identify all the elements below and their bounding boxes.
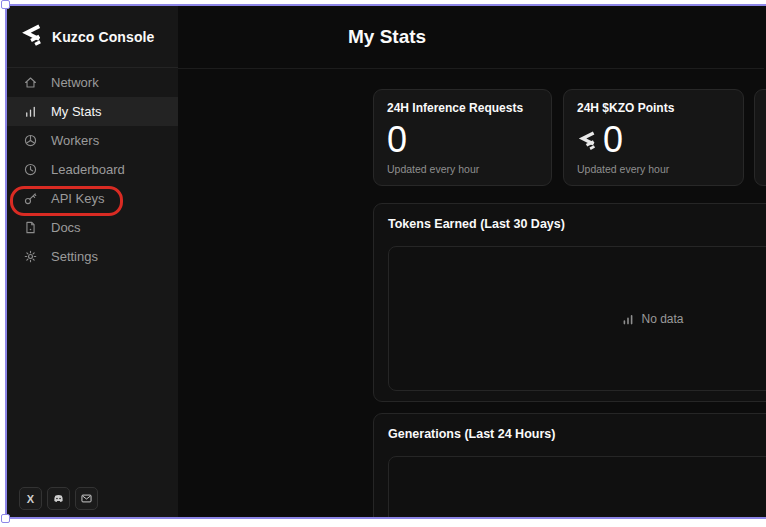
sidebar-item-settings[interactable]: Settings xyxy=(7,242,178,271)
generations-chart-area xyxy=(388,456,766,519)
sidebar-item-label: Network xyxy=(51,75,99,90)
fan-icon xyxy=(22,133,38,149)
page-title: My Stats xyxy=(348,26,426,48)
bar-chart-icon xyxy=(22,104,38,120)
envelope-icon xyxy=(80,492,93,505)
discord-icon xyxy=(52,492,65,505)
sidebar-item-label: API Keys xyxy=(51,191,104,206)
gear-icon xyxy=(22,249,38,265)
sidebar-item-label: Workers xyxy=(51,133,99,148)
tokens-earned-card: Tokens Earned (Last 30 Days) No data xyxy=(373,203,766,402)
stat-card-subtitle: Updated every hour xyxy=(387,163,538,175)
sidebar-item-label: Settings xyxy=(51,249,98,264)
stat-card-kzo-points: 24H $KZO Points 0 Updated every hour xyxy=(563,89,744,186)
sidebar-item-leaderboard[interactable]: Leaderboard xyxy=(7,155,178,184)
kuzco-logo-icon xyxy=(20,24,42,50)
sidebar-nav: Network My Stats Workers Leaderboard xyxy=(7,68,178,271)
x-twitter-button[interactable]: X xyxy=(19,487,42,510)
stat-card-value: 0 xyxy=(387,120,407,160)
logo-row[interactable]: Kuzco Console xyxy=(7,6,178,68)
chart-title: Tokens Earned (Last 30 Days) xyxy=(388,217,766,231)
selection-handle-top-left[interactable] xyxy=(1,0,10,9)
email-button[interactable] xyxy=(75,487,98,510)
main-header: My Stats xyxy=(178,6,764,69)
generations-card: Generations (Last 24 Hours) xyxy=(373,413,766,519)
sidebar-item-my-stats[interactable]: My Stats xyxy=(7,97,178,126)
sidebar-item-label: Docs xyxy=(51,220,81,235)
app-title: Kuzco Console xyxy=(52,29,154,45)
sidebar-item-network[interactable]: Network xyxy=(7,68,178,97)
sidebar-item-label: Leaderboard xyxy=(51,162,125,177)
stat-card-title: 24H $KZO Points xyxy=(577,101,730,115)
sidebar-item-label: My Stats xyxy=(51,104,102,119)
no-data-label: No data xyxy=(641,312,683,326)
chart-title: Generations (Last 24 Hours) xyxy=(388,427,766,441)
kuzco-logo-icon xyxy=(577,131,596,150)
sidebar-item-api-keys[interactable]: API Keys xyxy=(7,184,178,213)
stat-card-partial xyxy=(754,89,766,186)
clock-icon xyxy=(22,162,38,178)
social-links: X xyxy=(19,487,98,510)
sidebar: Kuzco Console Network My Stats Workers xyxy=(7,6,178,517)
document-icon xyxy=(22,220,38,236)
no-data-bars-icon xyxy=(622,313,634,325)
home-icon xyxy=(22,75,38,91)
stat-card-value: 0 xyxy=(603,120,623,160)
main-content: My Stats 24H Inference Requests 0 Update… xyxy=(178,6,764,517)
kuzco-console-app: Kuzco Console Network My Stats Workers xyxy=(7,6,764,517)
sidebar-item-workers[interactable]: Workers xyxy=(7,126,178,155)
screenshot-selection-frame: Kuzco Console Network My Stats Workers xyxy=(5,4,766,519)
stat-card-subtitle: Updated every hour xyxy=(577,163,730,175)
tokens-earned-chart-area: No data xyxy=(388,246,766,391)
stat-card-title: 24H Inference Requests xyxy=(387,101,538,115)
discord-button[interactable] xyxy=(47,487,70,510)
key-icon xyxy=(22,191,38,207)
stat-card-inference-requests: 24H Inference Requests 0 Updated every h… xyxy=(373,89,552,186)
sidebar-item-docs[interactable]: Docs xyxy=(7,213,178,242)
selection-handle-bottom-left[interactable] xyxy=(1,514,10,523)
x-icon: X xyxy=(27,493,34,505)
